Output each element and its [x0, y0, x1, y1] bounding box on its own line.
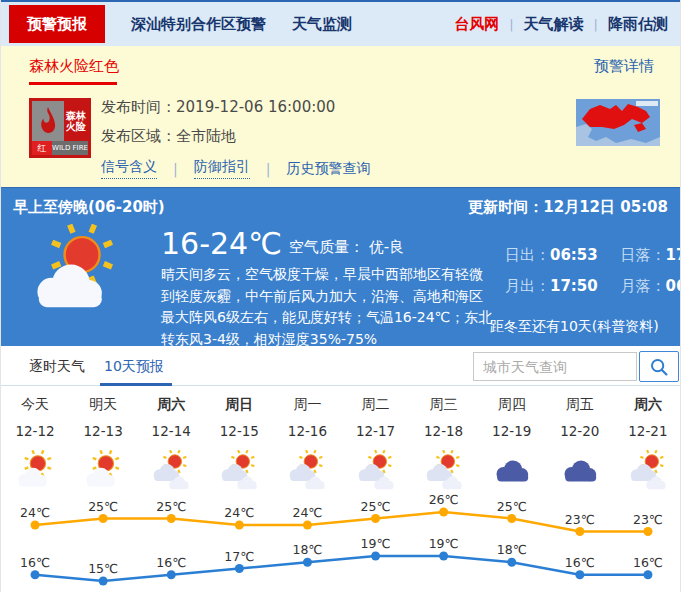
active-tab-underline — [29, 82, 117, 85]
moonset-time: 06:39 — [666, 277, 681, 295]
forecast-day-column[interactable]: 周四12-19 — [478, 386, 546, 498]
nav-shenshan-warning[interactable]: 深汕特别合作区预警 — [131, 15, 266, 34]
moonrise-time: 17:50 — [550, 277, 598, 295]
cloudy-icon — [284, 450, 330, 498]
signal-meaning-link[interactable]: 信号含义 — [101, 158, 157, 179]
date-label: 12-19 — [492, 423, 531, 443]
low-temp-point — [575, 570, 584, 579]
warning-details-link[interactable]: 预警详情 — [594, 57, 654, 76]
day-label: 周四 — [498, 396, 526, 416]
forecast-day-column[interactable]: 今天12-12 — [1, 386, 69, 498]
cloudy-icon — [148, 450, 194, 498]
high-temp-value-label: 24℃ — [224, 505, 254, 520]
high-temp-point — [303, 521, 312, 530]
tab-ten-day-forecast[interactable]: 10天预报 — [104, 358, 164, 376]
cloudy-icon — [421, 450, 467, 498]
high-temp-value-label: 23℃ — [633, 512, 663, 527]
low-temp-value-label: 16℃ — [565, 555, 595, 570]
high-temp-point — [575, 527, 584, 536]
low-temp-point — [167, 570, 176, 579]
nav-weather-monitor[interactable]: 天气监测 — [292, 15, 352, 34]
nav-interpret-link[interactable]: 天气解读 — [524, 15, 584, 34]
moonset-label: 月落： — [621, 277, 666, 295]
date-label: 12-12 — [15, 423, 54, 443]
fire-icon-top: 森林 火险 — [32, 101, 88, 141]
high-temp-value-label: 25℃ — [156, 499, 186, 514]
low-temp-point — [235, 564, 244, 573]
sunrise-label: 日出： — [505, 246, 550, 264]
day-label: 明天 — [89, 396, 117, 416]
warning-region-map[interactable] — [576, 99, 660, 146]
low-temp-value-label: 16℃ — [156, 555, 186, 570]
high-temp-point — [31, 521, 40, 530]
divider: | — [594, 17, 598, 32]
high-temp-value-label: 23℃ — [565, 512, 595, 527]
day-label: 周三 — [430, 396, 458, 416]
weather-description: 晴天间多云，空气极度干燥，早晨中西部地区有轻微到轻度灰霾，中午前后风力加大，沿海… — [161, 264, 493, 350]
publish-area-value: 全市陆地 — [176, 127, 236, 145]
forecast-day-column[interactable]: 周五12-20 — [546, 386, 614, 498]
warning-links: 信号含义 | 防御指引 | 历史预警查询 — [101, 158, 370, 179]
date-label: 12-16 — [288, 423, 327, 443]
forecast-day-column[interactable]: 周六12-14 — [137, 386, 205, 498]
low-temp-value-label: 18℃ — [497, 542, 527, 557]
high-temp-point — [643, 527, 652, 536]
fire-icon-chinese-label: 森林 火险 — [64, 101, 88, 141]
forecast-day-column[interactable]: 周三12-18 — [410, 386, 478, 498]
high-temp-value-label: 25℃ — [497, 499, 527, 514]
cloudy-icon — [625, 450, 671, 498]
city-search-input[interactable] — [473, 352, 637, 381]
low-temp-value-label: 15℃ — [88, 561, 118, 576]
high-temp-value-label: 24℃ — [292, 505, 322, 520]
air-quality-value: 优-良 — [369, 238, 404, 256]
high-temp-line — [35, 512, 648, 532]
solstice-countdown: 距冬至还有10天(科普资料) — [490, 318, 659, 336]
cloudy-icon — [353, 450, 399, 498]
fire-icon-english-label: WILD FIRE — [52, 141, 88, 155]
warning-panel: 森林火险红色 预警详情 森林 火险 红 WILD FIRE 发布时 — [1, 46, 681, 187]
date-label: 12-13 — [84, 423, 123, 443]
search-icon — [649, 357, 669, 377]
partly-sunny-icon — [80, 450, 126, 498]
top-nav: 预警预报 深汕特别合作区预警 天气监测 台风网 | 天气解读 | 降雨估测 — [1, 0, 681, 46]
forecast-columns: 今天12-12明天12-13周六12-14周日12-15周一12-16周二12-… — [1, 386, 681, 498]
date-label: 12-14 — [152, 423, 191, 443]
day-label: 今天 — [21, 396, 49, 416]
defense-guide-link[interactable]: 防御指引 — [194, 158, 250, 179]
history-warning-link[interactable]: 历史预警查询 — [286, 160, 370, 178]
nav-typhoon-link[interactable]: 台风网 — [454, 15, 499, 34]
low-temp-point — [643, 570, 652, 579]
tab-hourly-weather[interactable]: 逐时天气 — [29, 358, 85, 376]
forest-fire-warning-icon: 森林 火险 红 WILD FIRE — [29, 98, 91, 158]
fire-icon-bottom: 红 WILD FIRE — [32, 141, 88, 155]
forecast-day-column[interactable]: 周日12-15 — [205, 386, 273, 498]
forecast-tabs-row: 逐时天气 10天预报 — [1, 346, 681, 386]
partly-sunny-icon — [12, 450, 58, 498]
low-temp-line — [35, 556, 648, 581]
tab-forest-fire-red[interactable]: 森林火险红色 — [29, 57, 119, 76]
sunset-time: 17:40 — [666, 246, 681, 264]
nav-rain-link[interactable]: 降雨估测 — [608, 15, 668, 34]
low-temp-value-label: 18℃ — [292, 542, 322, 557]
high-temp-point — [167, 514, 176, 523]
forecast-day-column[interactable]: 周六12-21 — [614, 386, 681, 498]
nav-right-links: 台风网 | 天气解读 | 降雨估测 — [454, 15, 668, 34]
ten-day-forecast: 今天12-12明天12-13周六12-14周日12-15周一12-16周二12-… — [1, 386, 681, 592]
high-temp-value-label: 26℃ — [429, 494, 459, 507]
low-temp-value-label: 19℃ — [429, 536, 459, 551]
partly-sunny-icon — [23, 224, 133, 324]
current-weather-panel: 早上至傍晚(06-20时) 更新时间：12月12日 05:08 16-24℃ 空… — [1, 187, 681, 346]
forecast-day-column[interactable]: 周二12-17 — [341, 386, 409, 498]
cloudy-icon — [216, 450, 262, 498]
high-temp-point — [99, 514, 108, 523]
forecast-day-column[interactable]: 明天12-13 — [69, 386, 137, 498]
date-label: 12-15 — [220, 423, 259, 443]
forecast-day-column[interactable]: 周一12-16 — [273, 386, 341, 498]
warning-info: 发布时间：2019-12-06 16:00:00 发布区域：全市陆地 — [101, 98, 335, 156]
temperature-chart: 24℃25℃25℃24℃24℃25℃26℃25℃23℃23℃16℃15℃16℃1… — [1, 494, 681, 592]
high-temp-value-label: 24℃ — [20, 505, 50, 520]
tab-warning-forecast[interactable]: 预警预报 — [9, 5, 105, 43]
search-button[interactable] — [639, 351, 679, 382]
high-temp-value-label: 25℃ — [361, 499, 391, 514]
overcast-icon — [557, 450, 603, 498]
